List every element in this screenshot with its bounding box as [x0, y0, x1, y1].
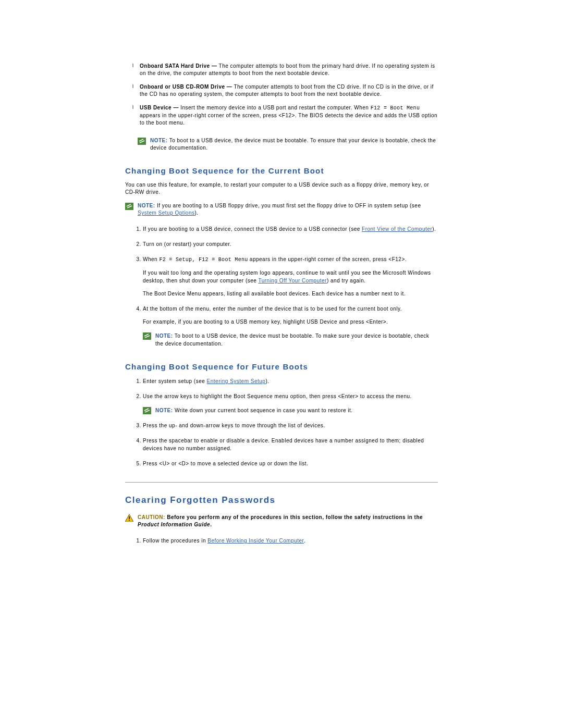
step: When F2 = Setup, F12 = Boot Menu appears… [143, 255, 438, 298]
step: Enter system setup (see Entering System … [143, 377, 438, 385]
section-heading-future-boots: Changing Boot Sequence for Future Boots [125, 362, 438, 371]
list-item-bold: Onboard SATA Hard Drive — [140, 63, 217, 69]
note: NOTE: If you are booting to a USB floppy… [125, 202, 438, 217]
step: Follow the procedures in Before Working … [143, 537, 438, 545]
document-page: Onboard SATA Hard Drive — The computer a… [63, 0, 500, 583]
note-text: NOTE: If you are booting to a USB floppy… [138, 202, 438, 217]
svg-rect-2 [143, 332, 151, 340]
boot-options-list: Onboard SATA Hard Drive — The computer a… [125, 63, 438, 127]
svg-rect-5 [129, 516, 130, 519]
steps-current-boot: If you are booting to a USB device, conn… [125, 225, 438, 348]
list-item: Onboard or USB CD-ROM Drive — The comput… [140, 83, 438, 98]
note-icon [138, 138, 146, 145]
link-system-setup-options[interactable]: System Setup Options [138, 210, 195, 216]
step: At the bottom of the menu, enter the num… [143, 305, 438, 348]
step: Press <U> or <D> to move a selected devi… [143, 460, 438, 467]
steps-future-boots: Enter system setup (see Entering System … [125, 377, 438, 467]
list-item: Onboard SATA Hard Drive — The computer a… [140, 63, 438, 77]
step: Turn on (or restart) your computer. [143, 240, 438, 248]
note-icon [143, 407, 151, 414]
step: Press the up- and down-arrow keys to mov… [143, 422, 438, 429]
note-icon [125, 203, 133, 210]
paragraph: You can use this feature, for example, t… [125, 181, 438, 196]
svg-rect-6 [129, 520, 130, 521]
list-item-bold: Onboard or USB CD-ROM Drive — [140, 84, 232, 90]
section-heading-clearing-passwords: Clearing Forgotten Passwords [125, 495, 438, 505]
step: If you are booting to a USB device, conn… [143, 225, 438, 233]
section-divider [125, 482, 438, 483]
note-text: NOTE: Write down your current boot seque… [155, 406, 353, 414]
link-entering-system-setup[interactable]: Entering System Setup [207, 378, 266, 384]
link-before-working-inside[interactable]: Before Working Inside Your Computer [207, 538, 304, 544]
note-icon [143, 332, 151, 340]
note: NOTE: To boot to a USB device, the devic… [143, 332, 438, 348]
note: NOTE: Write down your current boot seque… [143, 406, 438, 414]
list-item-mono: F12 = Boot Menu [371, 105, 420, 111]
list-item-text2: appears in the upper-right corner of the… [140, 113, 437, 126]
caution: CAUTION: Before you perform any of the p… [125, 514, 438, 528]
list-item: USB Device — Insert the memory device in… [140, 104, 438, 127]
step: Use the arrow keys to highlight the Boot… [143, 392, 438, 414]
step: Press the spacebar to enable or disable … [143, 437, 438, 452]
note: NOTE: To boot to a USB device, the devic… [138, 137, 438, 152]
list-item-text: Insert the memory device into a USB port… [179, 105, 371, 110]
steps-clearing-passwords: Follow the procedures in Before Working … [125, 537, 438, 545]
svg-rect-3 [143, 407, 151, 414]
caution-icon [125, 514, 133, 522]
caution-text: CAUTION: Before you perform any of the p… [138, 514, 438, 528]
link-front-view[interactable]: Front View of the Computer [362, 226, 432, 232]
svg-rect-0 [138, 138, 146, 145]
svg-rect-1 [125, 203, 133, 210]
section-heading-current-boot: Changing Boot Sequence for the Current B… [125, 166, 438, 175]
link-turning-off[interactable]: Turning Off Your Computer [258, 278, 326, 283]
note-text: NOTE: To boot to a USB device, the devic… [155, 332, 438, 348]
note-text: NOTE: To boot to a USB device, the devic… [150, 137, 438, 152]
list-item-bold: USB Device — [140, 105, 179, 110]
